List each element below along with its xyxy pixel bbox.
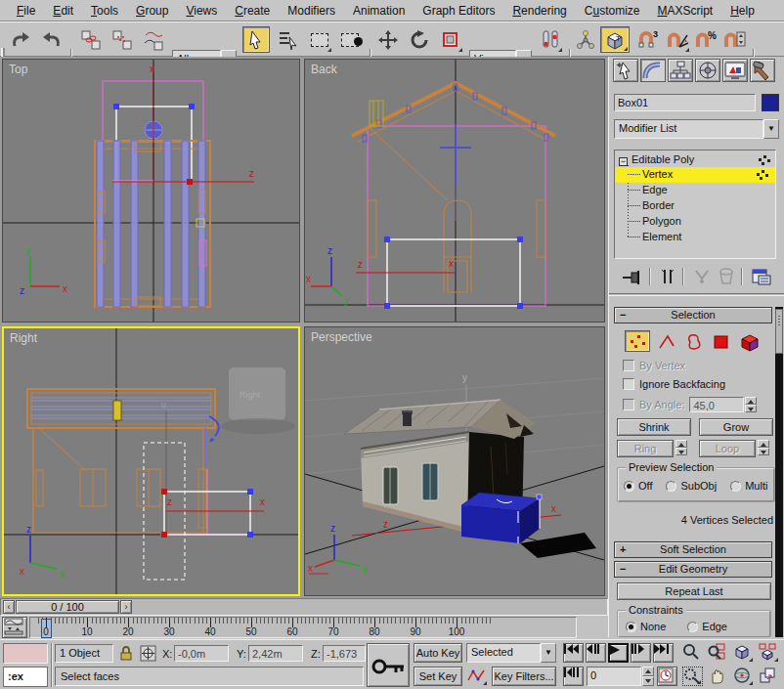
time-forward-arrow[interactable]: › (120, 600, 132, 614)
vertex-subobject-button[interactable] (625, 330, 650, 352)
snaps-toggle-button[interactable]: T (600, 26, 630, 53)
undo-icon[interactable] (8, 26, 33, 53)
menu-customize[interactable]: Customize (576, 1, 649, 21)
border-subobject-button[interactable] (683, 332, 705, 352)
tab-motion[interactable] (695, 59, 720, 82)
viewport-perspective[interactable]: Perspective y (304, 326, 605, 596)
stack-item-vertex[interactable]: Vertex (615, 167, 775, 183)
scrollbar-thumb[interactable] (775, 309, 783, 354)
menu-file[interactable]: File (8, 1, 44, 21)
play-button[interactable] (608, 643, 629, 663)
select-and-rotate-icon[interactable] (407, 26, 432, 53)
selection-rollout-header[interactable]: −Selection (614, 307, 772, 323)
menu-rendering[interactable]: Rendering (503, 1, 575, 21)
menu-create[interactable]: Create (226, 1, 279, 21)
shrink-button[interactable]: Shrink (617, 418, 691, 436)
tab-create[interactable] (613, 59, 638, 82)
show-end-result-icon[interactable] (659, 267, 676, 286)
viewport-top[interactable]: Top (2, 59, 300, 323)
select-by-name-icon[interactable] (276, 26, 301, 53)
maxscript-listener-white[interactable]: :ex (3, 667, 48, 687)
soft-selection-rollout-header[interactable]: +Soft Selection (614, 541, 772, 558)
tab-hierarchy[interactable] (668, 59, 693, 82)
grow-button[interactable]: Grow (699, 418, 773, 436)
ring-spinner[interactable] (675, 440, 687, 457)
tab-display[interactable] (722, 59, 748, 82)
select-and-move-icon[interactable] (375, 26, 401, 53)
constraints-edge-radio[interactable]: Edge (687, 621, 727, 632)
repeat-last-button[interactable]: Repeat Last (617, 582, 771, 600)
ignore-backfacing-checkbox[interactable] (623, 378, 634, 390)
time-configuration-button[interactable] (657, 667, 677, 686)
viewport-back-label[interactable]: Back (311, 63, 337, 76)
object-name-field[interactable]: Box01 (614, 94, 756, 111)
edge-subobject-button[interactable] (657, 332, 678, 352)
stack-item-border[interactable]: Border (615, 198, 775, 214)
x-coordinate-field[interactable]: -0,0m (174, 645, 229, 662)
ring-button[interactable]: Ring (617, 440, 674, 457)
remove-modifier-icon[interactable] (718, 267, 735, 286)
loop-button[interactable]: Loop (699, 440, 756, 457)
previous-frame-button[interactable] (586, 643, 606, 663)
stack-item-element[interactable]: Element (615, 230, 775, 245)
select-and-scale-icon[interactable] (438, 26, 463, 53)
menu-views[interactable]: Views (177, 1, 226, 21)
viewport-right[interactable]: Right Right u (2, 326, 300, 596)
select-and-link-icon[interactable] (78, 26, 104, 53)
zoom-extents-all-icon[interactable] (759, 643, 779, 663)
zoom-all-icon[interactable] (708, 643, 728, 663)
menu-tools[interactable]: Tools (82, 1, 127, 21)
arc-rotate-icon[interactable] (733, 667, 754, 686)
collapse-icon[interactable]: − (619, 157, 628, 166)
y-coordinate-field[interactable]: 2,42m (248, 645, 303, 662)
zoom-icon[interactable] (682, 643, 703, 663)
menu-maxscript[interactable]: MAXScript (649, 1, 722, 21)
menu-edit[interactable]: Edit (44, 1, 82, 21)
set-keys-button[interactable] (367, 643, 410, 687)
z-coordinate-field[interactable]: -1,673 (323, 645, 366, 662)
snap-3d-icon[interactable]: 3 (635, 26, 661, 53)
make-unique-icon[interactable] (692, 267, 712, 286)
spinner-snap-icon[interactable] (721, 26, 747, 53)
edit-geometry-rollout-header[interactable]: −Edit Geometry (614, 561, 772, 578)
region-zoom-icon[interactable] (682, 667, 703, 686)
go-to-start-button[interactable] (563, 643, 584, 663)
menu-graph-editors[interactable]: Graph Editors (414, 1, 503, 21)
pan-icon[interactable] (708, 667, 728, 686)
maxscript-listener-pink[interactable] (3, 643, 48, 664)
redo-icon[interactable] (39, 26, 65, 53)
preview-subobj-radio[interactable]: SubObj (666, 480, 717, 492)
menu-animation[interactable]: Animation (344, 1, 414, 21)
frame-spinner[interactable] (642, 667, 654, 686)
element-subobject-button[interactable] (738, 332, 762, 352)
stack-item-edge[interactable]: Edge (615, 183, 775, 198)
time-slider-button[interactable]: 0 / 100 (16, 600, 119, 614)
key-filter-selection-dropdown[interactable]: Selected ▼ (466, 643, 556, 663)
open-mini-curve-editor-button[interactable] (2, 617, 27, 638)
viewport-perspective-label[interactable]: Perspective (311, 330, 372, 344)
percent-snap-icon[interactable]: % (694, 26, 718, 53)
loop-spinner[interactable] (758, 440, 769, 457)
by-angle-checkbox[interactable] (623, 399, 634, 410)
angle-snap-icon[interactable] (665, 26, 690, 53)
rectangular-selection-region-icon[interactable] (307, 26, 332, 53)
key-mode-toggle-button[interactable] (563, 667, 584, 686)
menu-group[interactable]: Group (127, 1, 177, 21)
default-in-out-tangents-icon[interactable] (466, 667, 488, 686)
tab-utilities[interactable] (750, 59, 775, 82)
polygon-subobject-button[interactable] (711, 332, 732, 352)
stack-item-editable-poly[interactable]: −Editable Poly (615, 152, 775, 167)
menu-help[interactable]: Help (721, 1, 763, 21)
preview-off-radio[interactable]: Off (624, 480, 652, 492)
key-filters-button[interactable]: Key Filters... (492, 667, 556, 686)
select-and-manipulate-icon[interactable] (538, 26, 563, 53)
current-frame-field[interactable]: 0 (587, 667, 641, 686)
window-crossing-toggle-icon[interactable] (336, 26, 364, 53)
by-angle-spinner[interactable] (745, 397, 757, 412)
time-back-arrow[interactable]: ‹ (3, 600, 15, 614)
viewport-back[interactable]: Back (304, 59, 605, 323)
menu-modifiers[interactable]: Modifiers (279, 1, 344, 21)
tab-modify[interactable] (640, 59, 666, 82)
absolute-mode-transform-icon[interactable] (140, 645, 156, 662)
min-max-toggle-icon[interactable] (759, 667, 779, 686)
